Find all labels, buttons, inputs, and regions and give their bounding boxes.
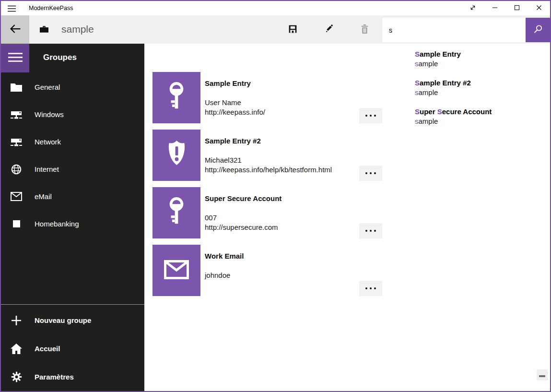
maximize-button[interactable] xyxy=(506,1,528,15)
titlebar: ModernKeePass xyxy=(1,1,550,15)
gear-icon xyxy=(9,371,24,382)
search-suggestions: Sample Entry sample Sample Entry #2 samp… xyxy=(382,45,550,131)
entry-row[interactable]: Super Secure Account 007http://supersecu… xyxy=(152,187,383,238)
suggestion-title: Super Secure Account xyxy=(415,107,550,117)
entry-details: User Namehttp://keepass.info/ xyxy=(205,98,265,117)
sidebar-item-nouveau-groupe[interactable]: Nouveau groupe xyxy=(1,306,144,334)
shield-exclamation-icon xyxy=(165,140,188,170)
mail-outline-icon xyxy=(9,192,24,201)
sidebar-item-label: Accueil xyxy=(35,344,60,353)
entry-list: Sample Entry User Namehttp://keepass.inf… xyxy=(152,72,383,302)
entry-more-button[interactable] xyxy=(359,223,382,238)
sidebar-item-label: Nouveau groupe xyxy=(35,316,91,324)
entry-tile xyxy=(152,130,200,181)
entry-more-button[interactable] xyxy=(359,108,382,123)
sidebar-item-label: Paramètres xyxy=(35,373,74,381)
network-icon xyxy=(9,137,24,147)
magnifier-icon xyxy=(533,24,543,36)
entry-title: Sample Entry xyxy=(205,79,251,87)
hamburger-icon xyxy=(8,52,23,64)
entry-tile xyxy=(152,72,200,123)
suggestion-subtitle: sample xyxy=(415,88,550,97)
groups-header: Groupes xyxy=(43,44,77,72)
sidebar-divider xyxy=(1,304,144,305)
sidebar: Groupes General Windows Network Internet… xyxy=(1,44,144,391)
close-button[interactable] xyxy=(528,1,550,15)
suggestion-title: Sample Entry xyxy=(415,49,550,59)
search-button[interactable] xyxy=(526,18,550,42)
app-window: ModernKeePass sample Groupes General Win… xyxy=(0,0,551,392)
delete-button[interactable] xyxy=(355,20,374,39)
key-icon xyxy=(165,197,188,228)
minimize-dash-icon xyxy=(491,4,499,13)
entry-title: Super Secure Account xyxy=(205,194,281,202)
entry-tile xyxy=(152,245,200,296)
entry-more-button[interactable] xyxy=(359,281,382,296)
sidebar-item-windows[interactable]: Windows xyxy=(1,101,144,128)
square-icon xyxy=(9,220,24,227)
zoom-out-button[interactable] xyxy=(537,369,548,380)
sidebar-item-email[interactable]: eMail xyxy=(1,183,144,210)
suggestion-subtitle: sample xyxy=(415,59,550,69)
edit-pencil-icon xyxy=(324,24,334,36)
sidebar-item-param-tres[interactable]: Paramètres xyxy=(1,363,144,391)
sidebar-group-list: General Windows Network Internet eMail H… xyxy=(1,73,144,238)
globe-icon xyxy=(9,164,24,175)
save-floppy-icon xyxy=(288,24,298,36)
mail-tile-icon xyxy=(164,260,189,281)
suggestion-subtitle: sample xyxy=(415,117,550,126)
key-icon xyxy=(165,82,188,113)
suggestion-title: Sample Entry #2 xyxy=(415,78,550,88)
sidebar-item-internet[interactable]: Internet xyxy=(1,155,144,183)
delete-trash-icon xyxy=(360,24,369,36)
save-button[interactable] xyxy=(283,20,302,39)
hamburger-icon[interactable] xyxy=(8,5,16,12)
entry-details: 007http://supersecure.com xyxy=(205,213,278,232)
sidebar-item-label: eMail xyxy=(35,192,52,201)
sidebar-item-label: General xyxy=(35,83,60,91)
sidebar-item-label: Windows xyxy=(35,110,64,119)
home-icon xyxy=(9,344,24,354)
appbar: sample xyxy=(1,15,550,44)
search-suggestion[interactable]: Sample Entry sample xyxy=(382,45,550,73)
network-icon xyxy=(9,109,24,120)
search-suggestion[interactable]: Super Secure Account sample xyxy=(382,102,550,131)
entry-tile xyxy=(152,187,200,238)
entry-row[interactable]: Sample Entry #2 Michael321http://keepass… xyxy=(152,130,383,181)
ellipsis-icon xyxy=(365,115,367,117)
sidebar-item-label: Network xyxy=(35,138,61,146)
entry-details: Michael321http://keepass.info/help/kb/te… xyxy=(205,155,332,175)
fullscreen-arrows-icon xyxy=(469,4,477,13)
sidebar-item-network[interactable]: Network xyxy=(1,128,144,155)
plus-icon xyxy=(9,315,24,326)
search-input[interactable] xyxy=(382,18,526,42)
window-title: ModernKeePass xyxy=(29,1,73,15)
fullscreen-button[interactable] xyxy=(462,1,484,15)
minimize-button[interactable] xyxy=(484,1,506,15)
ellipsis-icon xyxy=(365,172,367,174)
search-suggestion[interactable]: Sample Entry #2 sample xyxy=(382,73,550,102)
entry-details: johndoe xyxy=(205,271,230,280)
window-controls xyxy=(462,1,550,15)
entry-more-button[interactable] xyxy=(359,166,382,181)
maximize-square-icon xyxy=(513,4,521,13)
nav-hamburger-button[interactable] xyxy=(1,44,29,72)
edit-button[interactable] xyxy=(319,20,339,39)
entry-title: Sample Entry #2 xyxy=(205,137,261,145)
folder-icon xyxy=(9,83,24,92)
sidebar-item-label: Homebanking xyxy=(35,220,79,228)
sidebar-footer-list: Nouveau groupe Accueil Paramètres xyxy=(1,306,144,391)
close-x-icon xyxy=(535,4,543,13)
sidebar-item-general[interactable]: General xyxy=(1,73,144,101)
entry-title: Work Email xyxy=(205,252,244,260)
minus-dash-icon xyxy=(539,371,545,379)
entry-row[interactable]: Sample Entry User Namehttp://keepass.inf… xyxy=(152,72,383,123)
sidebar-item-accueil[interactable]: Accueil xyxy=(1,334,144,363)
entry-row[interactable]: Work Email johndoe xyxy=(152,245,383,296)
ellipsis-icon xyxy=(365,287,367,289)
sidebar-item-homebanking[interactable]: Homebanking xyxy=(1,210,144,238)
sidebar-item-label: Internet xyxy=(35,165,59,173)
ellipsis-icon xyxy=(365,230,367,232)
